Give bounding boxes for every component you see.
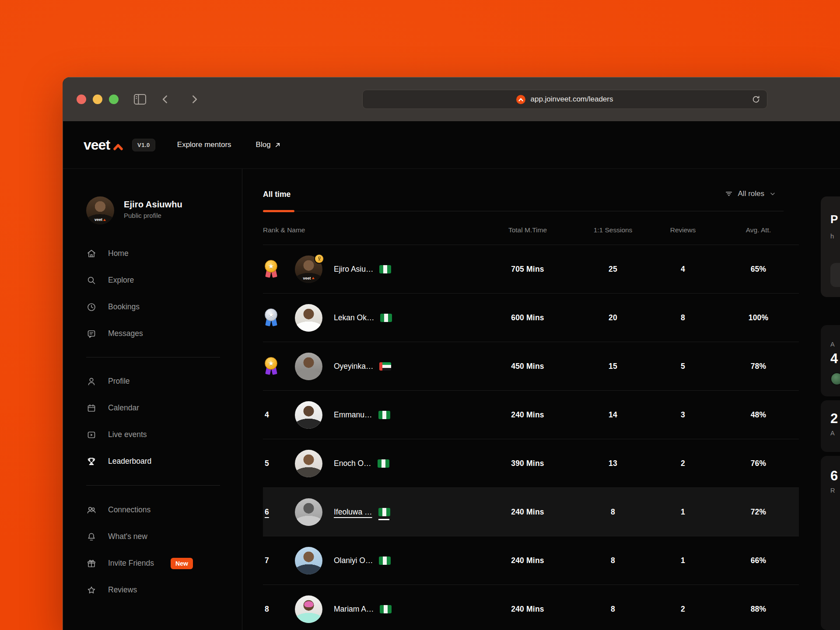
clock-icon (86, 302, 97, 312)
sidebar-toggle-icon[interactable] (133, 93, 147, 105)
sidebar-item-whats-new[interactable]: What's new (86, 523, 242, 550)
country-flag-icon (379, 556, 391, 565)
sidebar-divider (86, 357, 220, 357)
reviews-count: 3 (648, 410, 718, 420)
sessions-count: 25 (578, 265, 648, 274)
rank: ★ (265, 356, 280, 376)
country-flag-icon (378, 508, 390, 516)
bell-icon (86, 532, 97, 542)
mentor-name[interactable]: Oyeyinka… (334, 362, 373, 371)
tab-divider (263, 211, 784, 211)
rank-name-cell: 6 Ifeoluwa … (263, 498, 477, 526)
home-icon (86, 248, 97, 259)
reviews-count: 4 (648, 265, 718, 274)
profile-card[interactable]: veet Ejiro Asiuwhu Public profile (86, 196, 242, 224)
zoom-button[interactable] (109, 94, 119, 104)
video-icon (86, 430, 97, 440)
stat-label-fragment: A (830, 325, 840, 348)
close-button[interactable] (77, 94, 86, 104)
star-icon (86, 585, 97, 595)
roles-filter-label: All roles (738, 189, 764, 198)
total-mentorship-time: 450 Mins (477, 362, 578, 371)
avatar (280, 547, 322, 574)
reviews-count: 2 (648, 605, 718, 614)
avg-attendance: 65% (718, 265, 799, 274)
leaderboard-row[interactable]: 6 Ifeoluwa … 240 Mins 8 1 72% (263, 487, 799, 536)
veet-logo[interactable]: veet (84, 137, 123, 153)
sessions-count: 14 (578, 410, 648, 420)
rank: 5 (265, 459, 280, 468)
mentor-name[interactable]: Olaniyi O… (334, 556, 373, 565)
minimize-button[interactable] (93, 94, 102, 104)
roles-filter[interactable]: All roles (724, 189, 776, 198)
sidebar-group-personal: Profile Calendar Live events Leaderboard (86, 368, 242, 475)
mentor-name[interactable]: Lekan Ok… (334, 313, 374, 322)
reload-icon[interactable] (751, 94, 761, 104)
leaderboard-row[interactable]: 4 Emmanu… 240 Mins 14 3 48% (263, 390, 799, 439)
leaderboard-rows: ★ veet Ejiro Asiu… 705 Mins 25 4 65% ★ L… (263, 245, 799, 630)
rank: ★ (265, 259, 280, 279)
sidebar-group-main: Home Explore Bookings Messages (86, 240, 242, 347)
sidebar-item-profile[interactable]: Profile (86, 368, 242, 395)
tab-all-time[interactable]: All time (263, 190, 290, 199)
rank-name-cell: ★ veet Ejiro Asiu… (263, 256, 477, 283)
nav-link-explore-mentors[interactable]: Explore mentors (177, 140, 231, 149)
sidebar-item-label: Connections (108, 505, 150, 514)
active-tab-indicator (263, 210, 294, 212)
mentor-name[interactable]: Ejiro Asiu… (334, 265, 373, 274)
reviews-count: 1 (648, 508, 718, 517)
sidebar-item-calendar[interactable]: Calendar (86, 395, 242, 421)
card-button[interactable] (830, 263, 840, 287)
sidebar-item-leaderboard[interactable]: Leaderboard (86, 448, 242, 475)
sidebar-item-reviews[interactable]: Reviews (86, 577, 242, 603)
stat-value-fragment: 4 (830, 351, 840, 367)
trophy-icon (86, 456, 97, 467)
right-panel: P h A 4 2 A 6 R (821, 169, 840, 630)
rank-name-cell: ★ Oyeyinka… (263, 353, 477, 380)
mentor-name[interactable]: Emmanu… (334, 410, 372, 420)
leaderboard-row[interactable]: 8 Mariam A… 240 Mins 8 2 88% (263, 584, 799, 630)
sidebar-item-explore[interactable]: Explore (86, 267, 242, 294)
leaderboard-row[interactable]: 5 Enoch O… 390 Mins 13 2 76% (263, 439, 799, 487)
leaderboard-row[interactable]: ★ Oyeyinka… 450 Mins 15 5 78% (263, 342, 799, 390)
version-badge: V1.0 (132, 139, 155, 151)
sidebar-item-home[interactable]: Home (86, 240, 242, 267)
leaderboard-row[interactable]: ★ Lekan Ok… 600 Mins 20 8 100% (263, 293, 799, 342)
mentor-name[interactable]: Mariam A… (334, 605, 374, 614)
rank-name-cell: 8 Mariam A… (263, 595, 477, 623)
leaderboard-row[interactable]: ★ veet Ejiro Asiu… 705 Mins 25 4 65% (263, 245, 799, 293)
mentor-name[interactable]: Ifeoluwa … (334, 508, 372, 517)
rank-number: 5 (265, 459, 269, 468)
stat-card: A 4 (821, 325, 840, 396)
avg-attendance: 72% (718, 508, 799, 517)
mentor-name[interactable]: Enoch O… (334, 459, 371, 468)
sidebar-item-label: Messages (108, 329, 143, 338)
body-area: veet Ejiro Asiuwhu Public profile Home (63, 169, 840, 630)
sidebar-item-live-events[interactable]: Live events (86, 421, 242, 448)
avg-attendance: 76% (718, 459, 799, 468)
nav-link-blog[interactable]: Blog (256, 140, 281, 149)
sidebar-item-label: Profile (108, 377, 130, 386)
gift-icon (86, 558, 97, 569)
site-favicon-icon (516, 95, 525, 104)
stat-value-fragment: 6 (830, 456, 840, 484)
sidebar-item-messages[interactable]: Messages (86, 320, 242, 347)
sidebar-item-invite-friends[interactable]: Invite Friends New (86, 550, 242, 577)
sidebar-item-label: Reviews (108, 585, 137, 595)
forward-icon[interactable] (189, 94, 200, 105)
sessions-count: 13 (578, 459, 648, 468)
sidebar-item-bookings[interactable]: Bookings (86, 294, 242, 320)
avatar (830, 372, 840, 385)
profile-subtitle[interactable]: Public profile (124, 212, 182, 219)
window-controls (77, 94, 119, 104)
avg-attendance: 78% (718, 362, 799, 371)
leaderboard-row[interactable]: 7 Olaniyi O… 240 Mins 8 1 66% (263, 536, 799, 584)
url-bar[interactable]: app.joinveet.com/leaders (362, 90, 767, 109)
back-icon[interactable] (160, 94, 171, 105)
avg-attendance: 100% (718, 313, 799, 322)
rank: 7 (265, 556, 280, 565)
total-mentorship-time: 240 Mins (477, 605, 578, 614)
sidebar-item-connections[interactable]: Connections (86, 497, 242, 523)
country-flag-icon (378, 459, 389, 468)
sessions-count: 8 (578, 556, 648, 565)
